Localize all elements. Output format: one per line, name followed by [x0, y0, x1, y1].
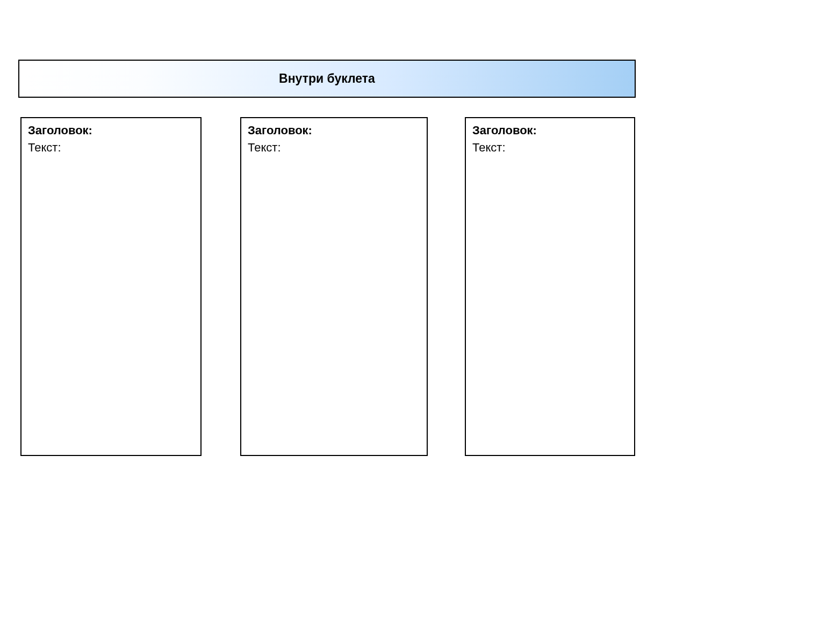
panel-heading-label: Заголовок:: [472, 124, 628, 138]
panel-heading-label: Заголовок:: [248, 124, 420, 138]
booklet-panel-3: Заголовок: Текст:: [465, 117, 635, 456]
panel-text-label: Текст:: [472, 141, 628, 155]
panel-heading-label: Заголовок:: [28, 124, 194, 138]
panel-text-label: Текст:: [28, 141, 194, 155]
booklet-panel-1: Заголовок: Текст:: [20, 117, 202, 456]
booklet-panel-2: Заголовок: Текст:: [240, 117, 428, 456]
panel-text-label: Текст:: [248, 141, 420, 155]
header-title: Внутри буклета: [279, 71, 375, 86]
header-bar: Внутри буклета: [18, 60, 636, 98]
